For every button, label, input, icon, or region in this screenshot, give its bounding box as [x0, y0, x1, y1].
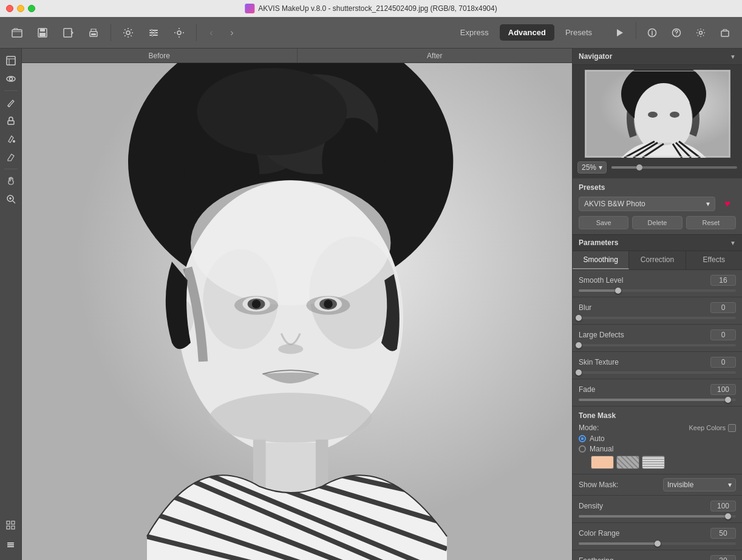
open-button[interactable] [6, 22, 28, 44]
density-control: Density 100 [573, 496, 742, 523]
zoom-dropdown[interactable]: 25% ▾ [577, 161, 607, 174]
mode-buttons: Express Advanced Presets [452, 24, 601, 41]
help-button[interactable] [665, 22, 687, 44]
feathering-value[interactable]: 30 [710, 555, 736, 560]
svg-point-75 [648, 112, 658, 118]
manual-radio[interactable] [579, 445, 586, 453]
zoom-tool[interactable] [2, 191, 19, 207]
save-as-button[interactable] [57, 22, 79, 44]
portrait-canvas [22, 63, 572, 560]
skin-texture-value[interactable]: 0 [710, 357, 736, 368]
image-container [22, 63, 572, 560]
auto-radio-label: Auto [590, 434, 605, 443]
color-range-value[interactable]: 50 [710, 528, 736, 539]
main-area: Before After [0, 49, 742, 560]
fill-tool[interactable] [2, 130, 19, 147]
large-defects-label: Large Defects [579, 331, 624, 339]
nav-controls: 25% ▾ [577, 161, 737, 174]
navigator-header[interactable]: Navigator ▼ [573, 49, 742, 65]
keep-colors-checkbox[interactable] [728, 424, 736, 432]
preset-action-row: Save Delete Reset [579, 216, 736, 229]
manual-radio-label: Manual [590, 445, 613, 453]
canvas-area: Before After [22, 49, 572, 560]
svg-point-7 [126, 31, 130, 35]
blur-slider[interactable] [579, 317, 736, 319]
separator-3 [636, 22, 636, 39]
density-slider[interactable] [579, 515, 736, 518]
portrait-svg [22, 63, 572, 560]
skin-texture-slider[interactable] [579, 371, 736, 374]
preset-dropdown[interactable]: AKVIS B&W Photo ▾ [579, 197, 715, 211]
tone-mask-section: Tone Mask Mode: Keep Colors Auto Manual [573, 407, 742, 474]
nav-back-button[interactable]: ‹ [203, 24, 220, 41]
nav-forward-button[interactable]: › [223, 24, 240, 41]
auto-radio[interactable] [579, 435, 586, 442]
left-sidebar [0, 49, 22, 560]
svg-point-55 [209, 393, 372, 442]
reset-preset-button[interactable]: Reset [686, 216, 736, 229]
density-value[interactable]: 100 [710, 501, 736, 511]
fade-value[interactable]: 100 [710, 384, 736, 395]
view-tool[interactable] [2, 52, 19, 69]
settings-button-3[interactable] [168, 22, 190, 44]
light-swatch[interactable] [642, 456, 665, 469]
mode-presets[interactable]: Presets [557, 24, 601, 41]
layer-tool[interactable] [2, 536, 19, 553]
maximize-button[interactable] [28, 5, 35, 12]
plugin-button[interactable] [714, 22, 736, 44]
tab-effects[interactable]: Effects [686, 251, 742, 269]
zoom-slider[interactable] [611, 166, 737, 169]
svg-rect-3 [39, 33, 46, 36]
app-icon [245, 4, 254, 13]
eraser-tool[interactable] [2, 149, 19, 166]
eye-tool[interactable] [2, 70, 19, 87]
smooth-level-slider[interactable] [579, 289, 736, 292]
smooth-level-value[interactable]: 16 [710, 275, 736, 286]
hand-tool[interactable] [2, 172, 19, 189]
mode-express[interactable]: Express [452, 24, 497, 41]
toolbar: ‹ › Express Advanced Presets [0, 17, 742, 49]
pattern-swatch[interactable] [616, 456, 639, 469]
svg-point-25 [13, 140, 15, 143]
settings-button-2[interactable] [143, 22, 165, 44]
zoom-chevron: ▾ [599, 163, 602, 172]
large-defects-value[interactable]: 0 [710, 329, 736, 340]
save-preset-button[interactable]: Save [579, 216, 628, 229]
nav-image[interactable] [585, 70, 730, 158]
mode-advanced[interactable]: Advanced [500, 24, 554, 41]
minimize-button[interactable] [17, 5, 24, 12]
close-button[interactable] [6, 5, 13, 12]
stamp-tool[interactable] [2, 112, 19, 129]
show-mask-dropdown[interactable]: Invisible ▾ [663, 478, 736, 491]
canvas-viewport[interactable] [22, 63, 572, 560]
svg-rect-33 [7, 546, 14, 547]
tab-smoothing[interactable]: Smoothing [573, 251, 629, 269]
prefs-button[interactable] [690, 22, 712, 44]
fade-slider[interactable] [579, 399, 736, 401]
favorite-button[interactable]: ♥ [719, 195, 736, 212]
parameters-header[interactable]: Parameters ▼ [573, 235, 742, 251]
tab-correction[interactable]: Correction [629, 251, 686, 269]
presets-section: Presets AKVIS B&W Photo ▾ ♥ Save Delete … [573, 178, 742, 235]
print-button[interactable] [83, 22, 104, 44]
presets-row: AKVIS B&W Photo ▾ ♥ [579, 195, 736, 212]
info-button[interactable] [641, 22, 663, 44]
svg-point-23 [9, 78, 12, 81]
grid-tool[interactable] [2, 516, 19, 533]
skin-swatch[interactable] [591, 456, 614, 469]
tool-sep-1 [4, 90, 18, 91]
blur-value[interactable]: 0 [710, 302, 736, 313]
brush-tool[interactable] [2, 94, 19, 111]
play-button[interactable] [609, 22, 631, 44]
svg-point-12 [154, 32, 156, 33]
delete-preset-button[interactable]: Delete [632, 216, 682, 229]
svg-marker-15 [617, 29, 623, 36]
settings-button-1[interactable] [117, 22, 139, 44]
save-button[interactable] [32, 22, 53, 44]
svg-rect-30 [12, 526, 15, 529]
fade-label: Fade [579, 385, 595, 394]
large-defects-slider[interactable] [579, 344, 736, 346]
tone-mask-title: Tone Mask [579, 411, 736, 420]
color-range-slider[interactable] [579, 542, 736, 545]
svg-point-53 [324, 300, 332, 308]
